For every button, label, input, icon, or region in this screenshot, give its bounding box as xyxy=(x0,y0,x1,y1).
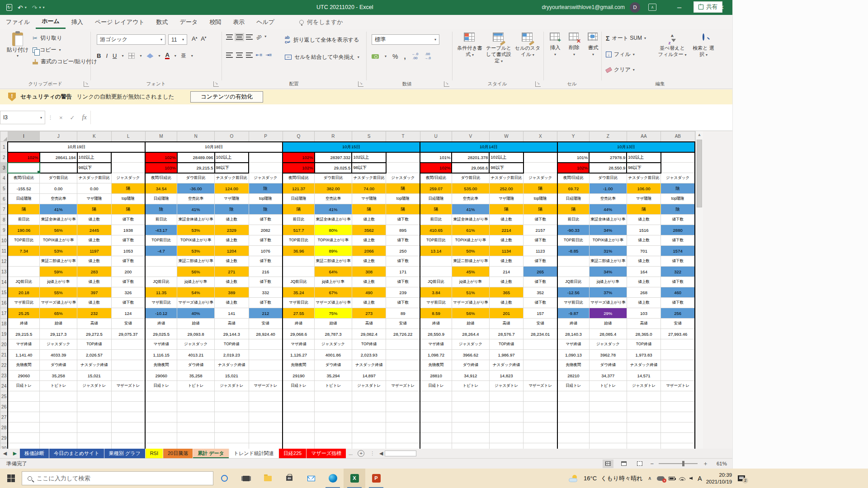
row-header-15[interactable]: 15 xyxy=(0,287,8,298)
cell-AA13[interactable]: 164 xyxy=(627,267,661,277)
phonetic-icon[interactable]: 亜 xyxy=(181,52,186,59)
cell-U5[interactable]: 259.07 xyxy=(420,183,452,194)
row-header-27[interactable]: 27 xyxy=(0,412,8,422)
cell-Q27[interactable] xyxy=(283,412,314,422)
sheet-tab-今日のまとめサイト[interactable]: 今日のまとめサイト xyxy=(49,449,104,458)
normal-view-button[interactable] xyxy=(603,460,613,468)
row-header-26[interactable]: 26 xyxy=(0,402,8,412)
cell-W29[interactable] xyxy=(489,433,524,443)
cell-Q7[interactable]: 陽 xyxy=(283,204,314,215)
cell-P29[interactable] xyxy=(249,433,283,443)
cell-AB21[interactable] xyxy=(661,350,695,360)
cell-Z6[interactable]: 空売比率 xyxy=(589,194,627,204)
cell-M15[interactable]: 11.35 xyxy=(145,287,177,298)
row-header-29[interactable]: 29 xyxy=(0,433,8,443)
cell-O30[interactable] xyxy=(215,443,249,449)
cell-AB9[interactable]: 2880 xyxy=(661,225,695,235)
cell-T6[interactable]: top陽陰 xyxy=(386,194,420,204)
cell-P18[interactable]: 安値 xyxy=(249,319,283,329)
cell-O13[interactable]: 271 xyxy=(215,267,249,277)
powerpoint-button[interactable]: P xyxy=(365,469,387,488)
cell-Y3[interactable]: 102% xyxy=(557,163,589,173)
row-header-2[interactable]: 2 xyxy=(0,152,8,163)
cell-S15[interactable]: 490 xyxy=(352,287,386,298)
decrease-font-icon[interactable]: A▾ xyxy=(201,35,206,42)
cell-L9[interactable]: 1938 xyxy=(111,225,145,235)
format-painter-button[interactable]: 書式のコピー/貼り付け xyxy=(33,58,97,66)
cell-X30[interactable] xyxy=(524,443,557,449)
cell-P2[interactable] xyxy=(249,152,283,163)
cell-AA4[interactable]: ナスダック前日比 xyxy=(627,173,661,183)
cell-O8[interactable]: 値上数 xyxy=(215,215,249,225)
row-header-14[interactable]: 14 xyxy=(0,277,8,287)
cell-V6[interactable]: 空売比率 xyxy=(452,194,489,204)
cell-W16[interactable]: 値上数 xyxy=(489,298,524,308)
cell-S2[interactable]: 102以上 xyxy=(352,152,386,163)
cell-L6[interactable]: top陽陰 xyxy=(111,194,145,204)
cell-Q20[interactable]: マザ終値 xyxy=(283,339,314,350)
cell-Y22[interactable]: 先物夜間 xyxy=(557,360,589,371)
cell-R26[interactable] xyxy=(315,402,352,412)
cell-W14[interactable]: 値上数 xyxy=(489,277,524,287)
cell-Q2[interactable]: 102% xyxy=(283,152,314,163)
cell-W12[interactable]: 値上数 xyxy=(489,256,524,267)
cell-S7[interactable]: 陽 xyxy=(352,204,386,215)
cell-U16[interactable]: マザ前日比 xyxy=(420,298,452,308)
col-header-J[interactable]: J xyxy=(40,131,77,142)
cell-O16[interactable]: 値上数 xyxy=(215,298,249,308)
cell-Z25[interactable] xyxy=(589,391,627,402)
increase-decimal-icon[interactable]: ←.0.00 xyxy=(412,52,419,61)
cell-P15[interactable]: 332 xyxy=(249,287,283,298)
paste-button[interactable]: 貼り付け ▾ xyxy=(6,33,29,58)
cell-V25[interactable] xyxy=(452,391,489,402)
cell-M26[interactable] xyxy=(145,402,177,412)
cell-V4[interactable]: ダウ前日比 xyxy=(452,173,489,183)
cell-I12[interactable] xyxy=(8,256,39,267)
cell-AB22[interactable] xyxy=(661,360,695,371)
cell-T4[interactable]: ジャスダック xyxy=(386,173,420,183)
cell-M16[interactable]: マザ前日比 xyxy=(145,298,177,308)
cell-V12[interactable]: 東証二部値上がり率 xyxy=(452,256,489,267)
cell-J6[interactable]: 空売比率 xyxy=(40,194,77,204)
cell-T21[interactable] xyxy=(386,350,420,360)
cell-N23[interactable]: 35,258 xyxy=(177,371,215,381)
cell-M24[interactable]: 日経トレ xyxy=(145,381,177,391)
cell-K15[interactable]: 397 xyxy=(77,287,112,298)
row-header-13[interactable]: 13 xyxy=(0,267,8,277)
cell-P28[interactable] xyxy=(249,422,283,433)
cell-I25[interactable] xyxy=(8,391,39,402)
cell-V21[interactable]: 3966.62 xyxy=(452,350,489,360)
cell-Z24[interactable]: トピトレ xyxy=(589,381,627,391)
speaker-icon[interactable] xyxy=(689,477,693,480)
cell-AB25[interactable] xyxy=(661,391,695,402)
col-header-AA[interactable]: AA xyxy=(627,131,661,142)
cell-U19[interactable]: 28,550.9 xyxy=(420,329,452,339)
cell-T22[interactable] xyxy=(386,360,420,371)
avatar[interactable]: D xyxy=(630,2,640,13)
cell-O20[interactable]: TOP終値 xyxy=(215,339,249,350)
align-middle-icon[interactable] xyxy=(236,34,243,40)
cell-M22[interactable]: 先物夜間 xyxy=(145,360,177,371)
cell-V3[interactable]: 29,068.6 xyxy=(452,163,489,173)
cell-L10[interactable]: 値下数 xyxy=(111,235,145,246)
cell-O14[interactable]: 値上数 xyxy=(215,277,249,287)
cell-U21[interactable]: 1,098.72 xyxy=(420,350,452,360)
row-header-3[interactable]: 3 xyxy=(0,163,8,173)
cell-X28[interactable] xyxy=(524,422,557,433)
cell-K29[interactable] xyxy=(77,433,112,443)
align-top-icon[interactable] xyxy=(226,34,233,40)
cell-M21[interactable]: 1,116.15 xyxy=(145,350,177,360)
cell-K27[interactable] xyxy=(77,412,112,422)
underline-button[interactable]: U xyxy=(113,52,117,59)
menu-tab-ファイル[interactable]: ファイル xyxy=(0,15,36,29)
col-header-K[interactable]: K xyxy=(77,131,112,142)
cell-Z18[interactable]: 始値 xyxy=(589,319,627,329)
cell-AB20[interactable] xyxy=(661,339,695,350)
cell-R29[interactable] xyxy=(315,433,352,443)
cell-R17[interactable]: 75% xyxy=(315,308,352,319)
cell-W28[interactable] xyxy=(489,422,524,433)
row-header-16[interactable]: 16 xyxy=(0,298,8,308)
cell-M19[interactable]: 29,025.5 xyxy=(145,329,177,339)
sort-filter-button[interactable]: AZ 並べ替えと フィルター ▾ xyxy=(656,33,688,58)
cell-T28[interactable] xyxy=(386,422,420,433)
